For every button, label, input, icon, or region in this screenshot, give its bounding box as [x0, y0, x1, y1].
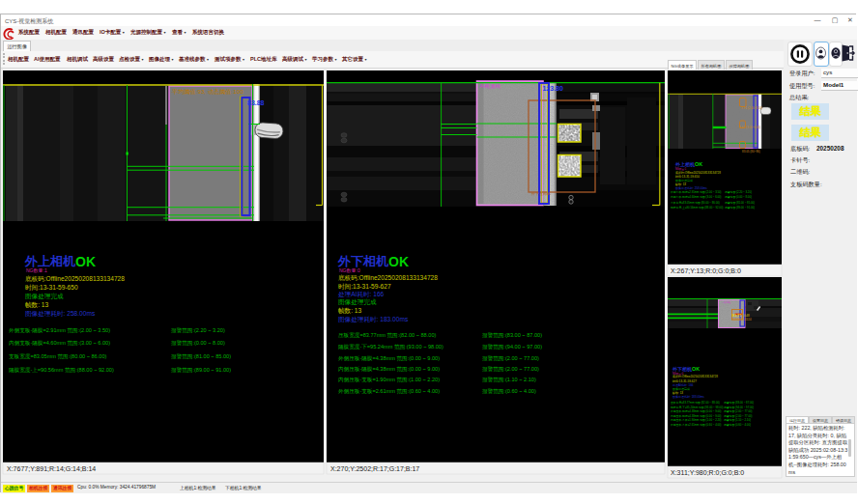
model-input[interactable]: Model1: [821, 81, 858, 91]
thumb-meas: 报警范围:(94.00 ~ 97.00): [724, 406, 754, 409]
thumb-meas: 报警范围:(83.00 ~ 87.00): [724, 401, 754, 405]
refline-tick: [127, 153, 129, 155]
pixel-status-bottom: X:270;Y:2502;R:17;G:17;B:17: [330, 465, 419, 472]
pixel-status-thumb-top: X:267;Y:13;R:0;G:0;B:0: [671, 267, 741, 274]
board-code-label: 底板码:: [790, 145, 810, 154]
measurement-alarm: 报警范围:(2.20 ~ 3.20): [171, 327, 225, 334]
panel-thumb-top[interactable]: 2.91 (2.00~3.50) 4.60 (3.00~6.00) 83.05 …: [668, 70, 782, 276]
ng-line: NG数量:1: [26, 267, 47, 273]
overlay-measure-value: 83.88: [247, 99, 265, 106]
measurement-spec: 支板宽度=83.05mm 范围:(80.00 ~ 86.00): [9, 353, 106, 360]
thumb-meas: 报警范围:(2.20 ~ 3.20): [725, 190, 752, 194]
camera-result-ok: OK: [75, 254, 96, 269]
thumb-meas: 报警范围:(81.00 ~ 85.00): [725, 201, 755, 205]
ng-line: NG数量:0: [339, 267, 360, 273]
thumb-elapsed: 图像处理耗时: 183.00ms: [672, 395, 704, 399]
comm-link-badge: 通讯连接: [51, 485, 73, 492]
qr-code-label: 二维码:: [790, 168, 810, 177]
thumb-meas: 报警范围:(0.00 ~ 8.00): [725, 195, 752, 199]
top-camera-result-text: 上相机1:检测结果: [180, 485, 216, 490]
exit-door-icon: [841, 42, 855, 65]
log-text: 耗时: 222, 缺陷检测耗时: 17, 缺陷分类耗时: 0, 缺陷提取分区耗时…: [788, 425, 848, 476]
pixel-status-top: X:7677;Y:891;R:14;G:14;B:14: [7, 465, 96, 472]
measurement-alarm: 报警范围:(94.00 ~ 97.00): [482, 344, 542, 350]
measurement-spec: 内侧支板-隔膜=4.60mm 范围:(3.00 ~ 6.00): [9, 340, 110, 347]
heartbeat-badge: 心跳信号: [3, 485, 25, 492]
time-line: 时间:13-31-59-650: [25, 284, 78, 292]
overlay-threshold-text: 平均阈值:93, 动态阈值:100: [171, 88, 243, 96]
thumb-ng-code: 20250208133134: [732, 318, 753, 322]
thumb-ng-value: 83.77: [732, 313, 743, 318]
board-code-value: 20250208: [816, 145, 844, 152]
thumb-mark-text: 2.91 (2.00~3.50): [741, 106, 762, 110]
thumb-meas: 内侧支板-隔膜=4.60mm 范围:(3.00 ~ 6.00): [671, 195, 722, 199]
thumb-meas: 报警范围:(2.00 ~ 77.00): [724, 409, 753, 413]
login-user-input[interactable]: cys: [821, 69, 858, 78]
measurement-spec: 压板宽度=83.77mm 范围:(82.00 ~ 88.00): [338, 332, 436, 339]
screen: CYS-视觉检测系统 — ▢ ✕ 系统配置 相机配置 通讯配置 IO卡配置 ▾ …: [0, 0, 858, 504]
elapsed-line: 图像处理耗时: 258.00ms: [25, 310, 96, 318]
measurement-alarm: 报警范围:(81.00 ~ 85.00): [171, 353, 231, 360]
frame-line: 帧数: 13: [338, 307, 362, 315]
user-icon: [815, 42, 827, 64]
main-scene: 83.88 平均阈值:93, 动态阈值:100 外上相机 OK NG数量:1 底…: [1, 14, 857, 491]
done-line: 图像处理完成: [338, 298, 377, 306]
panel-camera-bottom[interactable]: AI检测框: [327, 70, 665, 474]
cpu-memory-text: Cpu: 0.0% Memory: 3424.41796875M: [77, 485, 156, 490]
thumb-meas: 隔膜宽度-下=95.24mm 范围:(93.00 ~ 98.00): [671, 406, 723, 409]
measurement-alarm: 报警范围:(0.00 ~ 8.00): [171, 340, 225, 347]
thumb-meas: 外侧压板-隔膜=4.38mm 范围:(0.00 ~ 9.00): [671, 409, 722, 413]
measurement-alarm: 报警范围:(1.10 ~ 2.10): [482, 377, 536, 383]
board-count-label: 支板码数量:: [790, 181, 822, 189]
elapsed-line: 图像处理耗时: 183.00ms: [338, 316, 409, 323]
thumb-meas: 压板宽度=83.77mm 范围:(82.00 ~ 88.00): [671, 401, 720, 405]
pause-icon: [788, 42, 812, 66]
measurement-spec: 隔膜宽度-下=95.24mm 范围:(93.00 ~ 98.00): [338, 344, 443, 350]
measurement-spec: 外侧支板-隔膜=2.91mm 范围:(2.00 ~ 3.50): [9, 327, 110, 334]
thumb-mark-text: 83.05 (80~86): [742, 150, 760, 154]
measurement-alarm: 报警范围:(2.00 ~ 77.00): [482, 366, 539, 373]
panel-thumb-bottom[interactable]: AI检测框 83.77 0.48 20250208133134 外: [668, 277, 782, 478]
thumb-meas: 外侧压板-支板=2.61mm 范围:(0.60 ~ 4.00): [671, 423, 722, 427]
log-scrollbar[interactable]: [848, 439, 851, 457]
user-button[interactable]: [814, 42, 829, 67]
thumb-meas: 内侧压板-支板=1.90mm 范围:(1.00 ~ 2.20): [671, 418, 722, 422]
result-box-2: 结果: [791, 125, 829, 141]
defect-box-1: [558, 125, 582, 143]
pixel-status-thumb-bottom: X:311;Y:980;R:0;G:0;B:0: [671, 469, 744, 476]
thumb-meas: 内侧压板-隔膜=4.38mm 范围:(0.00 ~ 9.00): [671, 414, 722, 418]
camera-image-bottom[interactable]: AI检测框: [327, 81, 665, 207]
login-user-label: 登录用户:: [789, 70, 815, 78]
log-box[interactable]: 耗时: 222, 缺陷检测耗时: 17, 缺陷分类耗时: 0, 缺陷提取分区耗时…: [786, 423, 855, 477]
thumb-meas: 隔膜宽度-上=90.56mm 范围:(88.00 ~ 92.00): [671, 206, 723, 210]
camera-link-badge: 相机连接: [27, 485, 49, 492]
pin-number-label: 卡针号:: [790, 156, 810, 165]
panel-camera-top[interactable]: 83.88 平均阈值:93, 动态阈值:100 外上相机 OK NG数量:1 底…: [3, 70, 324, 474]
ai-line: 处理AI耗时: 166: [338, 291, 385, 298]
thumb-ng-small: 0.48: [744, 314, 750, 318]
model-label: 使用型号:: [789, 82, 815, 91]
camera-image-top[interactable]: 83.88 平均阈值:93, 动态阈值:100: [3, 84, 324, 221]
thumb-mark-text: 4.60 (3.00~6.00): [739, 126, 760, 129]
measurement-alarm: 报警范围:(83.00 ~ 87.00): [482, 332, 542, 339]
measurement-alarm: 报警范围:(89.00 ~ 91.00): [171, 367, 231, 374]
pause-button[interactable]: [787, 42, 813, 67]
thumb-ai-label: AI检测框: [722, 300, 731, 304]
code-line: 底板码:Offline20250208133134728: [338, 274, 438, 282]
total-result-label: 总结果:: [789, 94, 809, 102]
block-noise: [170, 87, 251, 219]
bottom-status-bar: 心跳信号 相机连接 通讯连接 Cpu: 0.0% Memory: 3424.41…: [1, 482, 857, 493]
thumb-camera-ok: OK: [692, 366, 700, 372]
measurement-spec: 外侧压板-支板=2.61mm 范围:(0.60 ~ 4.00): [338, 388, 440, 395]
frame-line: 帧数: 13: [25, 301, 49, 309]
thumb-camera-ok: OK: [695, 161, 702, 167]
thumb-top-image[interactable]: 2.91 (2.00~3.50) 4.60 (3.00~6.00) 83.05 …: [668, 94, 782, 154]
overlay-measure-value-b: 123.80: [543, 85, 564, 92]
measurement-spec: 内侧压板-隔膜=4.38mm 范围:(0.00 ~ 9.00): [338, 366, 440, 373]
exit-button[interactable]: [841, 42, 855, 65]
camera-result-ok: OK: [388, 254, 409, 269]
thumb-meas: 报警范围:(1.10 ~ 2.10): [724, 418, 751, 422]
sidebar: 登录用户: cys 使用型号: Model1 总结果: 结果 结果 底板码: 2…: [784, 40, 857, 491]
thumb-bottom-image[interactable]: AI检测框 83.77 0.48 20250208133134: [668, 299, 782, 329]
measurement-alarm: 报警范围:(0.60 ~ 4.00): [482, 388, 536, 395]
